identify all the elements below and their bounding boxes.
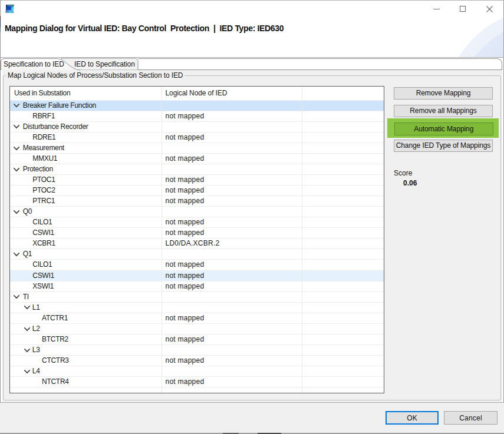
svg-text:ST3: ST3 (5, 9, 13, 14)
